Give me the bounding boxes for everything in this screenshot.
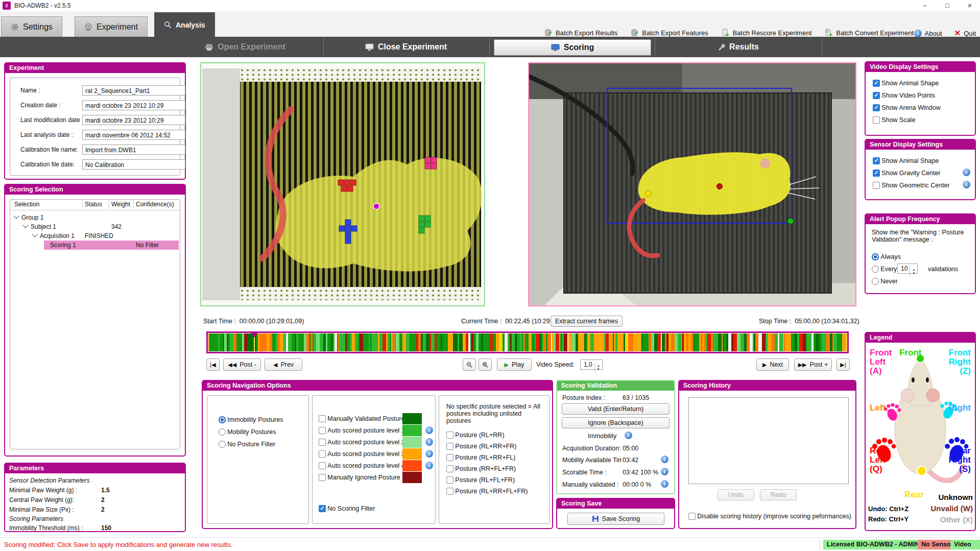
info-icon[interactable]: i: [425, 426, 433, 434]
show-scale-checkbox[interactable]: Show Scale: [873, 116, 915, 124]
posture-checkbox-6[interactable]: Posture (RL+RR+FL+FR): [446, 488, 528, 495]
tree-row-subject1[interactable]: Subject 1 342: [10, 222, 179, 231]
batch-export-features-button[interactable]: Batch Export Features: [631, 29, 708, 37]
show-animal-shape-sensor-checkbox[interactable]: Show Animal Shape: [873, 157, 939, 164]
radio-mobility-postures[interactable]: Mobility Postures: [219, 428, 276, 436]
tree-row-scoring1[interactable]: Scoring 1 No Filter: [10, 241, 179, 250]
show-animal-shape-checkbox[interactable]: Show Animal Shape: [873, 80, 939, 87]
no-scoring-filter-checkbox[interactable]: No Scoring Filter: [319, 505, 375, 512]
radio-every[interactable]: Every: [872, 266, 897, 273]
nav-open-experiment[interactable]: Open Experiment: [169, 37, 322, 57]
posture-checkbox-5[interactable]: Posture (RL+FL+FR): [446, 476, 515, 484]
history-listbox[interactable]: [688, 397, 849, 484]
info-icon[interactable]: i: [425, 450, 433, 458]
gravity-center-point: [717, 184, 723, 189]
valid-button[interactable]: Valid (Enter/Return): [562, 403, 670, 415]
disable-history-checkbox[interactable]: Disable scoring history (improve scoring…: [688, 513, 851, 520]
prev-button[interactable]: ◀Prev: [265, 358, 302, 371]
calibration-name-field[interactable]: Import from DWB1: [82, 145, 185, 155]
nav-scoring[interactable]: Scoring: [494, 39, 651, 56]
nav-results[interactable]: Results: [661, 37, 815, 57]
convert-icon: [825, 29, 833, 37]
posture-checkbox-3[interactable]: Posture (RL+RR+FL): [446, 454, 515, 461]
filter-auto-level-1[interactable]: Auto scored posture level 1: [319, 427, 405, 434]
posture-checkbox-2[interactable]: Posture (RL+RR+FR): [446, 443, 517, 450]
nav-close-experiment[interactable]: Close Experiment: [329, 37, 483, 57]
tab-analysis[interactable]: Analysis: [154, 12, 215, 37]
quit-label: Quit: [964, 30, 976, 37]
calibration-date-field[interactable]: No Calibration: [82, 159, 185, 170]
timeline-position-marker[interactable]: [250, 332, 258, 338]
zoom-out-icon[interactable]: [463, 358, 476, 371]
go-last-button[interactable]: ▶|: [836, 358, 850, 371]
sensor-display-settings-panel: Sensor Display Settings Show Animal Shap…: [865, 139, 976, 200]
info-icon[interactable]: i: [963, 169, 970, 176]
field-label: Calibration file date:: [20, 161, 75, 168]
every-count-spinner[interactable]: 10▲▼: [897, 263, 918, 274]
close-button[interactable]: ×: [960, 0, 980, 11]
info-icon[interactable]: i: [661, 480, 668, 488]
experiment-name-field[interactable]: rat 2_Sequence1_Part1: [82, 85, 185, 95]
info-icon[interactable]: i: [661, 468, 668, 475]
extract-current-frames-button[interactable]: Extract current frames: [551, 316, 623, 327]
go-first-button[interactable]: |◀: [206, 358, 220, 371]
tree-row-group1[interactable]: Group 1: [10, 213, 179, 222]
info-icon[interactable]: i: [963, 181, 970, 188]
video-speed-spinner[interactable]: 1,0▲▼: [580, 360, 603, 370]
chevron-down-icon[interactable]: [13, 213, 19, 219]
show-arena-window-checkbox[interactable]: Show Arena Window: [873, 104, 941, 111]
creation-date-field[interactable]: mardi octobre 23 2012 10:29: [82, 100, 185, 110]
about-button[interactable]: i About: [914, 30, 942, 37]
info-icon[interactable]: i: [425, 462, 433, 469]
analysis-date-field[interactable]: mardi novembre 06 2012 14:52: [82, 130, 185, 140]
post-minus-button[interactable]: ◀◀Post -: [223, 358, 261, 371]
tree-row-acquisition1[interactable]: Acquisition 1 FINISHED: [10, 231, 179, 241]
batch-rescore-experiment-button[interactable]: Batch Rescore Experiment: [722, 29, 812, 37]
radio-always[interactable]: Always: [872, 253, 901, 260]
field-label: Last modification date :: [20, 116, 83, 124]
radio-no-posture-filter[interactable]: No Posture Filter: [219, 441, 275, 448]
col-status: Status: [85, 201, 102, 208]
posture-checkbox-4[interactable]: Posture (RR+FL+FR): [446, 465, 516, 472]
radio-never[interactable]: Never: [872, 278, 898, 285]
info-icon[interactable]: i: [425, 438, 433, 446]
tab-experiment[interactable]: Experiment: [75, 16, 148, 37]
filter-auto-level-3[interactable]: Auto scored posture level 3: [319, 450, 405, 458]
minimize-button[interactable]: –: [915, 0, 935, 11]
database-export-icon: [631, 29, 639, 37]
maximize-button[interactable]: □: [937, 0, 958, 11]
radio-immobility-postures[interactable]: Immobility Postures: [219, 416, 283, 423]
batch-export-results-button[interactable]: Batch Export Results: [544, 29, 617, 37]
redo-button[interactable]: Redo: [760, 489, 797, 500]
show-video-points-checkbox[interactable]: Show Video Points: [873, 92, 935, 99]
posture-checkbox-1[interactable]: Posture (RL+RR): [446, 432, 505, 439]
undo-button[interactable]: Undo: [718, 489, 754, 500]
filter-manually-ignored[interactable]: Manually Ignored Posture: [319, 474, 400, 481]
batch-convert-experiment-button[interactable]: Batch Convert Experiment: [825, 29, 914, 37]
legend-other: Other (X): [940, 516, 973, 524]
info-icon[interactable]: i: [625, 432, 632, 439]
filter-auto-level-2[interactable]: Auto scored posture level 2: [319, 439, 405, 446]
rear-point: [645, 190, 651, 197]
show-geometric-center-checkbox[interactable]: Show Geometric Center: [873, 182, 950, 189]
timeline-bar[interactable]: [206, 331, 849, 353]
scoring-validation-header: Scoring Validation: [557, 381, 674, 391]
video-view[interactable]: [528, 62, 856, 306]
ignore-button[interactable]: Ignore (Backspace): [562, 417, 670, 428]
sensor-view[interactable]: [200, 62, 485, 306]
filter-auto-level-4[interactable]: Auto scored posture level 4: [319, 462, 405, 469]
show-gravity-center-checkbox[interactable]: Show Gravity Center: [873, 170, 941, 177]
start-time: Start Time : 00:00,00 (10:29:01,09): [203, 318, 304, 325]
chevron-down-icon[interactable]: [22, 222, 28, 228]
zoom-in-icon[interactable]: [479, 358, 492, 371]
stop-time: Stop Time : 05:00,00 (10:34:01,32): [759, 318, 859, 325]
modification-date-field[interactable]: mardi octobre 23 2012 10:29: [82, 115, 185, 125]
info-icon[interactable]: i: [661, 456, 668, 463]
post-plus-button[interactable]: ▶▶Post +: [794, 358, 832, 371]
save-scoring-button[interactable]: Save Scoring: [567, 513, 664, 525]
play-button[interactable]: ▶Play: [497, 358, 532, 371]
chevron-down-icon[interactable]: [32, 231, 37, 237]
tab-settings[interactable]: Settings: [1, 16, 62, 37]
next-button[interactable]: ▶Next: [756, 358, 789, 371]
filter-manually-validated[interactable]: Manually Validated Posture: [319, 415, 405, 422]
